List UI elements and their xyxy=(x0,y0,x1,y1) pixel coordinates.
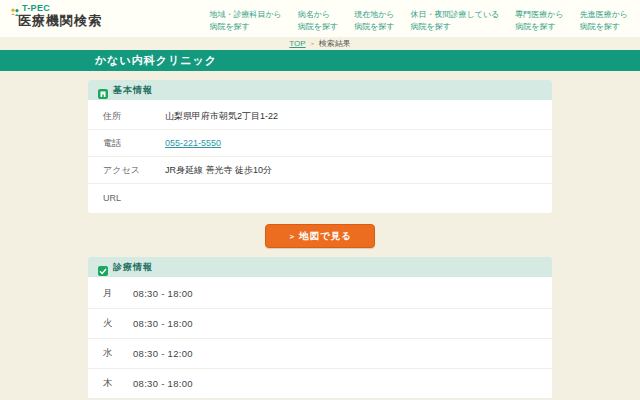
nav-item-label: 病院を探す xyxy=(411,21,500,33)
hours-value: 08:30 - 18:00 xyxy=(133,288,193,299)
nav-item-label: 病院を探す xyxy=(298,21,338,33)
info-label: URL xyxy=(103,193,165,203)
clinic-hours-card: 診療情報 月 08:30 - 18:00 火 08:30 - 18:00 水 0… xyxy=(88,257,552,399)
nav-item-label: 病名から xyxy=(298,9,338,21)
chevron-right-icon: ＞ xyxy=(288,232,297,241)
hours-row-thursday: 木 08:30 - 18:00 xyxy=(88,369,552,399)
clinic-hours-title: 診療情報 xyxy=(113,261,153,274)
info-row-url: URL xyxy=(88,184,552,211)
nav-item-label: 休日・夜間診療している xyxy=(411,9,500,21)
access-value: JR身延線 善光寺 徒歩10分 xyxy=(165,164,272,177)
nav-item-advanced[interactable]: 先進医療から 病院を探す xyxy=(580,9,628,34)
view-map-label: 地図で見る xyxy=(299,230,352,241)
page-title: かない内科クリニック xyxy=(95,53,217,68)
breadcrumb-current: 検索結果 xyxy=(319,38,351,49)
nav-item-label: 先進医療から xyxy=(580,9,628,21)
basic-info-rows: 住所 山梨県甲府市朝気2丁目1-22 電話 055-221-5550 アクセス … xyxy=(88,100,552,213)
day-label: 水 xyxy=(103,347,133,360)
breadcrumb-separator: ＞ xyxy=(309,39,316,49)
nav-item-location[interactable]: 現在地から 病院を探す xyxy=(354,9,394,34)
info-label: 電話 xyxy=(103,137,165,150)
info-row-access: アクセス JR身延線 善光寺 徒歩10分 xyxy=(88,157,552,184)
address-value: 山梨県甲府市朝気2丁目1-22 xyxy=(165,110,278,123)
main-nav: 地域・診療科目から 病院を探す 病名から 病院を探す 現在地から 病院を探す 休… xyxy=(209,4,628,34)
basic-info-title: 基本情報 xyxy=(113,84,153,97)
hours-row-wednesday: 水 08:30 - 12:00 xyxy=(88,339,552,369)
nav-item-label: 地域・診療科目から xyxy=(209,9,281,21)
breadcrumb-top-link[interactable]: TOP xyxy=(289,39,305,48)
site-header: T-PEC 医療機関検索 地域・診療科目から 病院を探す 病名から 病院を探す … xyxy=(0,0,640,37)
info-row-address: 住所 山梨県甲府市朝気2丁目1-22 xyxy=(88,103,552,130)
info-row-phone: 電話 055-221-5550 xyxy=(88,130,552,157)
hours-value: 08:30 - 18:00 xyxy=(133,318,193,329)
map-button-wrap: ＞地図で見る xyxy=(0,224,640,248)
nav-item-label: 病院を探す xyxy=(209,21,281,33)
clinic-hours-header: 診療情報 xyxy=(88,257,552,277)
hours-value: 08:30 - 18:00 xyxy=(133,378,193,389)
nav-item-disease[interactable]: 病名から 病院を探す xyxy=(298,9,338,34)
schedule-check-icon xyxy=(98,262,108,272)
nav-item-label: 病院を探す xyxy=(354,21,394,33)
brand-subtitle: 医療機関検索 xyxy=(18,14,102,28)
hours-value: 08:30 - 12:00 xyxy=(133,348,193,359)
breadcrumb: TOP ＞ 検索結果 xyxy=(0,37,640,50)
hours-row-monday: 月 08:30 - 18:00 xyxy=(88,279,552,309)
nav-item-label: 病院を探す xyxy=(515,21,563,33)
nav-item-holiday[interactable]: 休日・夜間診療している 病院を探す xyxy=(411,9,500,34)
nav-item-label: 現在地から xyxy=(354,9,394,21)
clinic-title-bar: かない内科クリニック xyxy=(0,50,640,71)
nav-item-label: 専門医療から xyxy=(515,9,563,21)
building-icon xyxy=(98,85,108,95)
clinic-hours-rows: 月 08:30 - 18:00 火 08:30 - 18:00 水 08:30 … xyxy=(88,277,552,399)
content-area: 基本情報 住所 山梨県甲府市朝気2丁目1-22 電話 055-221-5550 … xyxy=(0,71,640,399)
basic-info-header: 基本情報 xyxy=(88,80,552,100)
phone-link[interactable]: 055-221-5550 xyxy=(165,138,221,148)
day-label: 木 xyxy=(103,377,133,390)
nav-item-label: 病院を探す xyxy=(580,21,628,33)
info-label: アクセス xyxy=(103,164,165,177)
tpec-logo[interactable]: T-PEC 医療機関検索 xyxy=(10,4,102,28)
basic-info-card: 基本情報 住所 山梨県甲府市朝気2丁目1-22 電話 055-221-5550 … xyxy=(88,80,552,213)
day-label: 月 xyxy=(103,287,133,300)
nav-item-area[interactable]: 地域・診療科目から 病院を探す xyxy=(209,9,281,34)
nav-item-specialist[interactable]: 専門医療から 病院を探す xyxy=(515,9,563,34)
day-label: 火 xyxy=(103,317,133,330)
info-label: 住所 xyxy=(103,110,165,123)
view-map-button[interactable]: ＞地図で見る xyxy=(265,224,375,248)
hours-row-tuesday: 火 08:30 - 18:00 xyxy=(88,309,552,339)
